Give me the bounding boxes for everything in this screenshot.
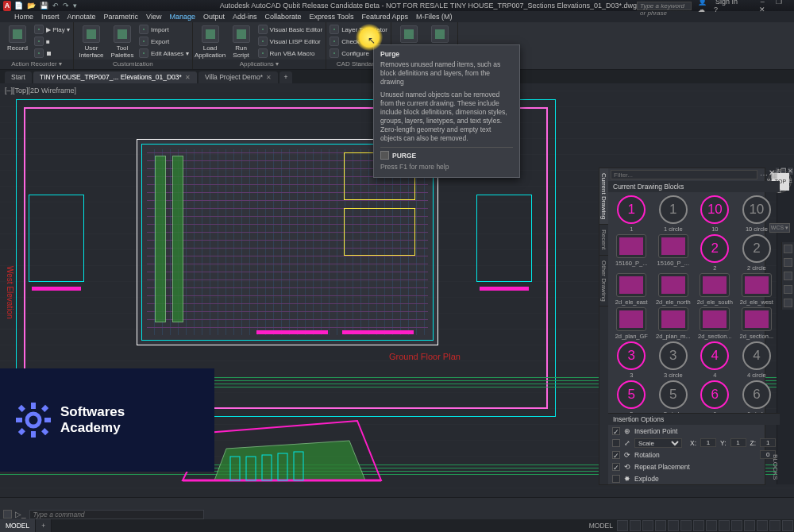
tab-close-icon[interactable]: ✕ (185, 71, 191, 83)
hardware-accel-icon[interactable] (757, 520, 768, 531)
menu-home[interactable]: Home (14, 13, 33, 21)
menu-mfilesm[interactable]: M-Files (M) (416, 13, 453, 21)
viewport-label[interactable]: [–][Top][2D Wireframe] (5, 87, 76, 94)
ribbon-button[interactable]: Visual Basic Editor (258, 24, 323, 35)
quick-access[interactable]: 📄📂💾↶↷▾ (14, 2, 77, 10)
menu-output[interactable]: Output (203, 13, 225, 21)
ribbon-button[interactable]: ■ (34, 36, 70, 47)
snap-toggle-icon[interactable] (630, 520, 641, 531)
block-item[interactable]: 22 circle (737, 234, 777, 272)
checkbox-icon[interactable]: ✓ (612, 451, 620, 459)
ribbon-button[interactable]: Run VBA Macro (258, 48, 323, 59)
menu-featuredapps[interactable]: Featured Apps (361, 13, 408, 21)
ribbon-button[interactable]: Record (3, 24, 32, 52)
scale-z-input[interactable] (760, 438, 776, 447)
ribbon-button[interactable]: ⏹ (34, 48, 70, 59)
scale-x-input[interactable] (700, 438, 716, 447)
block-item[interactable]: 33 (611, 341, 652, 379)
ribbon-group-label[interactable]: Applications ▾ (193, 60, 326, 69)
menu-collaborate[interactable]: Collaborate (265, 13, 302, 21)
blocks-palette[interactable]: ✕ BLOCKS Current DrawingRecentOther Draw… (599, 168, 765, 485)
minimize-button[interactable]: – (755, 0, 769, 6)
palette-close-icon[interactable]: ✕ (766, 168, 777, 179)
ribbon-group-label[interactable]: Action Recorder ▾ (0, 60, 73, 69)
ribbon-button[interactable]: Import (139, 24, 189, 35)
block-item[interactable]: 2d_ele_south (695, 273, 735, 306)
ribbon-group-label[interactable]: Customization (74, 60, 192, 69)
document-tab[interactable]: Villa Project Demo*✕ (198, 71, 278, 83)
ribbon-button[interactable]: RunScript (227, 24, 256, 59)
status-model[interactable]: MODEL (586, 522, 616, 530)
workspace-switch-icon[interactable] (731, 520, 742, 531)
menu-annotate[interactable]: Annotate (67, 13, 96, 21)
clean-screen-icon[interactable] (769, 520, 781, 531)
ribbon-button[interactable]: UserInterface (77, 24, 106, 59)
ribbon-button[interactable]: Edit Aliases ▾ (139, 48, 189, 59)
checkbox-icon[interactable] (612, 439, 620, 447)
block-item[interactable]: 44 circle (737, 341, 777, 379)
ribbon-button[interactable]: LoadApplication (196, 24, 225, 59)
signin-button[interactable]: 👤 Sign In (698, 0, 738, 6)
ribbon-button[interactable]: Visual LISP Editor (258, 36, 323, 47)
document-tab[interactable]: TINY HOUSE_TRP007_... Elevations_01_D03*… (33, 71, 197, 83)
menu-insert[interactable]: Insert (41, 13, 60, 21)
menu-expresstools[interactable]: Express Tools (310, 13, 354, 21)
lineweight-toggle-icon[interactable] (693, 520, 704, 531)
block-item[interactable]: 11 (611, 195, 652, 233)
checkbox-icon[interactable] (612, 475, 620, 483)
otrack-toggle-icon[interactable] (680, 520, 692, 531)
block-item[interactable]: 1010 circle (737, 195, 777, 233)
palette-vtab[interactable]: Other Drawing (599, 256, 608, 307)
scale-select[interactable]: Scale (634, 438, 682, 448)
palette-vertical-tabs[interactable]: Current DrawingRecentOther Drawing (599, 168, 608, 484)
block-item[interactable]: 44 (695, 341, 735, 379)
tab-close-icon[interactable]: ✕ (266, 71, 272, 83)
annotation-toggle-icon[interactable] (719, 520, 730, 531)
ribbon-button[interactable]: ToolPalettes (108, 24, 137, 59)
block-item[interactable]: 22 (695, 234, 735, 272)
palette-vtab[interactable]: Recent (599, 225, 608, 255)
block-item[interactable]: 55 circle (653, 380, 694, 413)
customize-icon[interactable] (782, 520, 793, 531)
polar-toggle-icon[interactable] (655, 520, 666, 531)
block-item[interactable]: 66 circle (737, 380, 777, 413)
command-input[interactable] (29, 510, 204, 519)
block-item[interactable]: 2d_ele_west (737, 273, 777, 306)
nav-wheel-icon[interactable] (784, 245, 792, 253)
block-item[interactable]: 2d_plan_GF (611, 307, 652, 340)
help-icon[interactable]: ? (714, 6, 718, 13)
close-button[interactable]: ✕ (755, 6, 769, 13)
checkbox-icon[interactable]: ✓ (612, 463, 620, 471)
block-item[interactable]: 2d_section... (695, 307, 735, 340)
block-item[interactable]: 2d_ele_north (653, 273, 694, 306)
pan-icon[interactable] (784, 258, 792, 267)
checkbox-icon[interactable]: ✓ (612, 427, 620, 435)
layout-tab-model[interactable]: MODEL (0, 519, 36, 532)
menu-manage[interactable]: Manage (169, 13, 195, 21)
block-item[interactable]: 15160_P_... (611, 234, 652, 272)
transparency-toggle-icon[interactable] (706, 520, 717, 531)
help-search-input[interactable]: Type a keyword or phrase (637, 2, 692, 10)
block-item[interactable]: 66 (695, 380, 735, 413)
palette-filter-input[interactable] (611, 170, 757, 179)
ribbon-button[interactable]: Layer Translator (330, 24, 387, 35)
orbit-icon[interactable] (784, 285, 792, 294)
block-item[interactable]: 33 circle (653, 341, 694, 379)
block-item[interactable]: 2d_ele_east (611, 273, 652, 306)
zoom-icon[interactable] (784, 272, 792, 280)
grid-toggle-icon[interactable] (617, 520, 628, 531)
palette-grid[interactable]: 1111 circle10101010 circle15160_P_...151… (608, 192, 780, 413)
block-item[interactable]: 15160_P_... (653, 234, 694, 272)
command-options-icon[interactable] (3, 510, 12, 519)
palette-vtab[interactable]: Current Drawing (599, 168, 608, 225)
block-item[interactable]: 2d_section... (737, 307, 777, 340)
navigation-bar[interactable] (781, 242, 794, 310)
restore-button[interactable]: ❐ (772, 0, 786, 6)
ribbon-button[interactable]: Export (139, 36, 189, 47)
document-tab[interactable]: Start (5, 71, 32, 83)
ribbon-button[interactable]: ▶ Play ▾ (34, 24, 70, 35)
menu-addins[interactable]: Add-ins (233, 13, 257, 21)
osnap-toggle-icon[interactable] (668, 520, 679, 531)
block-item[interactable]: 55 (611, 380, 652, 413)
block-item[interactable]: 1010 (695, 195, 735, 233)
